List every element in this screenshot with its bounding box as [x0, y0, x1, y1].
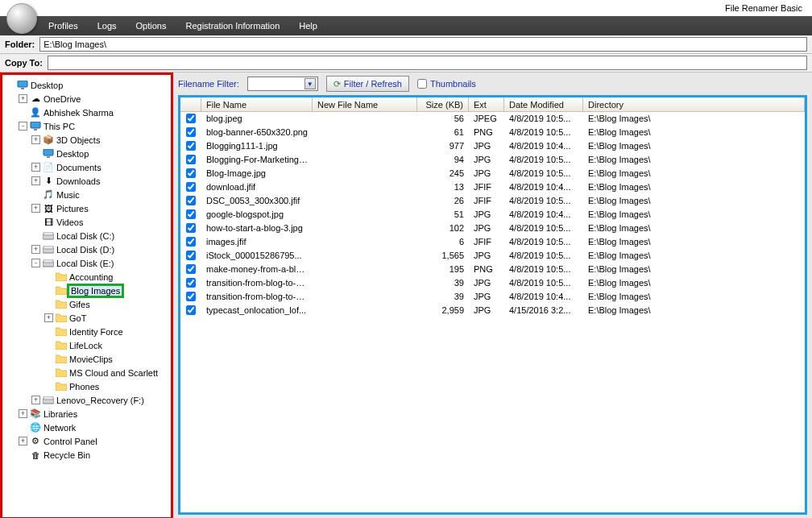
filter-combo[interactable]: ▼ [247, 77, 318, 91]
tree-item[interactable]: Phones [4, 379, 169, 393]
row-checkbox[interactable] [186, 305, 196, 315]
tree-item[interactable]: 🎵Music [4, 188, 169, 201]
row-checkbox[interactable] [186, 168, 196, 178]
menu-logs[interactable]: Logs [97, 21, 117, 31]
row-checkbox[interactable] [186, 223, 196, 233]
expand-icon[interactable]: + [31, 135, 40, 144]
expand-icon[interactable]: + [44, 313, 53, 322]
table-row[interactable]: DSC_0053_300x300.jfif26JFIF4/8/2019 10:5… [180, 194, 805, 208]
tree-item[interactable]: +📚Libraries [4, 407, 169, 421]
folder-icon [55, 271, 68, 283]
folder-tree[interactable]: Desktop+☁OneDrive👤Abhishek Sharma-This P… [0, 73, 173, 518]
col-dir[interactable]: Directory [583, 97, 805, 111]
row-checkbox[interactable] [186, 141, 196, 151]
row-checkbox[interactable] [186, 182, 196, 192]
table-row[interactable]: transition-from-blog-to-w...39JPG4/8/201… [180, 290, 805, 304]
tree-item[interactable]: -This PC [4, 119, 169, 133]
menu-options[interactable]: Options [136, 21, 167, 31]
row-checkbox[interactable] [186, 114, 196, 123]
tree-item[interactable]: +⬇Downloads [4, 174, 169, 188]
tree-item[interactable]: -Local Disk (E:) [4, 256, 169, 270]
tree-item[interactable]: Blog Images [4, 284, 169, 297]
tree-item[interactable]: MS Cloud and Scarlett [4, 366, 169, 379]
cell-size: 2,959 [417, 305, 469, 315]
tree-item[interactable]: +☁OneDrive [4, 92, 169, 106]
expand-icon[interactable]: + [19, 94, 27, 103]
table-row[interactable]: typecast_onlocation_lof...2,959JPG4/15/2… [180, 304, 805, 317]
menu-profiles[interactable]: Profiles [48, 21, 78, 31]
tree-item[interactable]: +📦3D Objects [4, 133, 169, 147]
copyto-input[interactable] [48, 56, 807, 70]
tree-item[interactable]: +Local Disk (D:) [4, 242, 169, 256]
col-date[interactable]: Date Modified [504, 97, 583, 111]
table-row[interactable]: how-to-start-a-blog-3.jpg102JPG4/8/2019 … [180, 222, 805, 235]
expand-icon[interactable]: + [31, 176, 40, 185]
copyto-label: Copy To: [5, 58, 43, 68]
filter-refresh-button[interactable]: ⟳ Filter / Refresh [326, 76, 409, 92]
tree-item[interactable]: +GoT [4, 311, 169, 325]
tree-item[interactable]: 👤Abhishek Sharma [4, 106, 169, 119]
tree-item[interactable]: Desktop [4, 78, 169, 92]
tree-item[interactable]: Accounting [4, 270, 169, 284]
tree-item-label: Gifes [69, 300, 90, 309]
tree-item[interactable]: 🎞Videos [4, 215, 169, 229]
row-checkbox[interactable] [186, 196, 196, 205]
expand-icon [44, 382, 53, 391]
cell-ext: JPEG [469, 114, 504, 123]
expand-icon[interactable]: + [31, 204, 40, 213]
tree-item[interactable]: Identity Force [4, 325, 169, 338]
table-row[interactable]: Blogging111-1.jpg977JPG4/8/2019 10:4...E… [180, 139, 805, 153]
tree-item[interactable]: Desktop [4, 147, 169, 160]
tree-item[interactable]: +⚙Control Panel [4, 434, 169, 448]
tree-item[interactable]: Local Disk (C:) [4, 229, 169, 242]
menu-help[interactable]: Help [299, 21, 317, 31]
cell-filename: Blogging-For-Marketing-... [201, 155, 313, 164]
table-row[interactable]: google-blogspot.jpg51JPG4/8/2019 10:4...… [180, 208, 805, 222]
cell-filename: iStock_000015286795... [201, 251, 313, 260]
tree-item[interactable]: 🗑Recycle Bin [4, 448, 169, 462]
col-newname[interactable]: New File Name [313, 97, 417, 111]
row-checkbox[interactable] [186, 127, 196, 137]
col-filename[interactable]: File Name [201, 97, 313, 111]
table-row[interactable]: make-money-from-a-blo...195PNG4/8/2019 1… [180, 263, 805, 276]
menu-registration[interactable]: Registration Information [185, 21, 280, 31]
tree-item[interactable]: +📄Documents [4, 160, 169, 174]
tree-item[interactable]: Gifes [4, 297, 169, 311]
row-checkbox[interactable] [186, 237, 196, 247]
table-row[interactable]: blog-banner-650x320.png61PNG4/8/2019 10:… [180, 126, 805, 139]
thumbnails-toggle[interactable]: Thumbnails [417, 79, 476, 89]
table-row[interactable]: transition-from-blog-to-w...39JPG4/8/201… [180, 276, 805, 290]
table-row[interactable]: Blog-Image.jpg245JPG4/8/2019 10:5...E:\B… [180, 167, 805, 180]
expand-icon[interactable]: - [19, 122, 27, 131]
col-check[interactable] [180, 97, 201, 111]
table-row[interactable]: Blogging-For-Marketing-...94JPG4/8/2019 … [180, 153, 805, 167]
col-ext[interactable]: Ext [469, 97, 504, 111]
table-row[interactable]: download.jfif13JFIF4/8/2019 10:4...E:\Bl… [180, 180, 805, 194]
expand-icon[interactable]: + [31, 245, 40, 254]
expand-icon[interactable]: + [19, 409, 27, 418]
expand-icon[interactable]: + [31, 396, 40, 404]
tree-item[interactable]: LifeLock [4, 338, 169, 352]
tree-item[interactable]: +🖼Pictures [4, 201, 169, 215]
expand-icon[interactable]: - [31, 259, 40, 267]
thumbnails-checkbox[interactable] [417, 79, 427, 89]
row-checkbox[interactable] [186, 278, 196, 288]
table-row[interactable]: blog.jpeg56JPEG4/8/2019 10:5...E:\Blog I… [180, 112, 805, 126]
row-checkbox[interactable] [186, 155, 196, 164]
cell-dir: E:\Blog Images\ [583, 251, 805, 260]
tree-item[interactable]: 🌐Network [4, 421, 169, 434]
folder-input[interactable] [39, 37, 807, 52]
row-checkbox[interactable] [186, 251, 196, 260]
expand-icon[interactable]: + [19, 437, 27, 445]
cell-dir: E:\Blog Images\ [583, 223, 805, 233]
row-checkbox[interactable] [186, 264, 196, 274]
row-checkbox[interactable] [186, 209, 196, 219]
tree-item[interactable]: MovieClips [4, 352, 169, 366]
cell-size: 26 [417, 196, 469, 205]
tree-item[interactable]: +Lenovo_Recovery (F:) [4, 393, 169, 407]
col-size[interactable]: Size (KB) [417, 97, 469, 111]
expand-icon[interactable]: + [31, 163, 40, 172]
row-checkbox[interactable] [186, 292, 196, 301]
table-row[interactable]: iStock_000015286795...1,565JPG4/8/2019 1… [180, 249, 805, 263]
table-row[interactable]: images.jfif6JFIF4/8/2019 10:5...E:\Blog … [180, 235, 805, 249]
